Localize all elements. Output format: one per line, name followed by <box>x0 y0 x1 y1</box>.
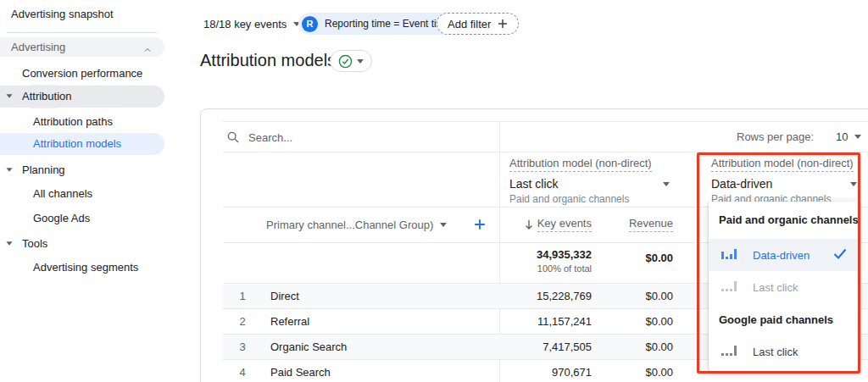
search-icon <box>226 130 240 147</box>
search-input[interactable] <box>248 129 503 146</box>
row-index: 2 <box>235 309 250 335</box>
revenue-cell: $0.00 <box>604 360 673 382</box>
table-toolbar: Rows per page: 10 <box>223 121 868 152</box>
channel-cell: Direct <box>270 284 299 309</box>
chevron-down-icon <box>357 59 364 64</box>
bar-chart-icon <box>721 280 737 295</box>
sidebar-item-label: Attribution paths <box>33 111 113 133</box>
sidebar-item-label: Attribution models <box>33 133 121 155</box>
sidebar-item-label: Advertising snapshot <box>11 3 114 25</box>
bar-chart-icon <box>721 344 737 359</box>
dropdown-item-data-driven[interactable]: Data-driven <box>709 239 859 271</box>
chevron-down-icon <box>6 241 12 246</box>
channel-cell: Organic Search <box>270 335 347 360</box>
sidebar-item-attribution-paths[interactable]: Attribution paths <box>0 111 164 133</box>
sidebar-item-label: All channels <box>33 183 92 205</box>
channel-cell: Referral <box>270 309 309 335</box>
key-events-cell: 15,228,769 <box>469 284 592 309</box>
attribution-model-selector-right[interactable]: Attribution model (non-direct) Data-driv… <box>711 155 868 205</box>
row-index: 3 <box>235 335 250 360</box>
sidebar-section-advertising[interactable]: Advertising <box>0 37 164 57</box>
totals-key-events: 34,935,332 <box>489 248 592 261</box>
rows-per-page-label: Rows per page: <box>737 130 814 143</box>
report-status-control[interactable] <box>330 50 372 72</box>
dropdown-item-label: Last click <box>753 346 798 358</box>
add-dimension-button[interactable] <box>474 207 486 242</box>
ga4-attribution-models-screen: Advertising snapshot Advertising Convers… <box>0 0 868 382</box>
dropdown-item-label: Data-driven <box>753 249 810 262</box>
model-column-label: Attribution model (non-direct) <box>509 157 652 172</box>
bar-chart-icon <box>721 247 737 263</box>
add-filter-label: Add filter <box>448 18 491 30</box>
totals-share: 100% of total <box>489 263 592 274</box>
chevron-down-icon <box>440 223 447 227</box>
add-filter-button[interactable]: Add filter <box>437 13 519 35</box>
sidebar-item-tools[interactable]: Tools <box>0 233 164 255</box>
sidebar-item-label: Attribution <box>22 86 72 108</box>
key-events-cell: 11,157,241 <box>469 309 592 335</box>
revenue-column-header[interactable]: Revenue <box>605 207 673 242</box>
chevron-down-icon[interactable] <box>854 135 861 139</box>
totals-revenue: $0.00 <box>605 252 673 264</box>
plus-icon <box>498 19 508 29</box>
key-events-label: 18/18 key events <box>203 18 287 30</box>
key-events-cell: 970,671 <box>469 360 592 382</box>
model-value: Data-driven <box>711 177 868 191</box>
dropdown-item-last-click[interactable]: Last click <box>709 335 859 368</box>
sidebar-divider <box>7 32 157 33</box>
page-title: Attribution models <box>200 51 336 70</box>
dropdown-section-header: Paid and organic channels <box>719 213 859 226</box>
sidebar-section-label: Advertising <box>11 37 65 57</box>
key-events-header-label: Key events <box>537 217 592 232</box>
dropdown-item-last-click-disabled[interactable]: Last click <box>709 271 859 303</box>
sort-arrow-down-icon <box>525 219 533 230</box>
sidebar-item-label: Google Ads <box>33 208 90 230</box>
model-column-label: Attribution model (non-direct) <box>711 157 854 172</box>
sidebar-item-planning[interactable]: Planning <box>0 159 164 181</box>
row-index: 1 <box>235 284 250 309</box>
dimension-header-label: Primary channel...Channel Group) <box>266 219 433 231</box>
dropdown-item-label: Last click <box>753 281 798 294</box>
sidebar-item-advertising-snapshot[interactable]: Advertising snapshot <box>0 3 164 25</box>
row-index: 4 <box>235 360 250 382</box>
check-icon <box>833 247 847 263</box>
revenue-header-label: Revenue <box>629 217 673 232</box>
revenue-cell: $0.00 <box>604 284 673 309</box>
chevron-down-icon <box>6 94 12 98</box>
reporting-chip-label: Reporting time = Event time <box>325 18 450 30</box>
dimension-column-header[interactable]: Primary channel...Channel Group) <box>266 207 447 242</box>
plus-icon <box>474 219 486 230</box>
chevron-down-icon[interactable] <box>663 182 670 186</box>
rows-per-page-value[interactable]: 10 <box>836 130 848 143</box>
channel-cell: Paid Search <box>270 360 331 382</box>
sidebar-item-conversion-performance[interactable]: Conversion performanceBETA <box>0 63 164 85</box>
key-events-column-header[interactable]: Key events <box>489 207 592 242</box>
sidebar-item-label: Tools <box>22 233 47 255</box>
attribution-model-dropdown-menu: Paid and organic channels Data-driven La… <box>709 202 859 371</box>
dropdown-section-header: Google paid channels <box>719 313 833 326</box>
sidebar-item-label: Advertising segments <box>33 257 138 279</box>
key-events-selector[interactable]: 18/18 key events <box>203 18 300 30</box>
revenue-cell: $0.00 <box>604 335 673 360</box>
sidebar: Advertising snapshot Advertising Convers… <box>0 0 195 382</box>
sidebar-item-google-ads[interactable]: Google Ads <box>0 208 164 230</box>
sidebar-item-all-channels[interactable]: All channels <box>0 183 164 205</box>
sidebar-item-attribution[interactable]: Attribution <box>0 86 164 108</box>
reporting-badge-icon: R <box>302 16 318 32</box>
model-sub-label: Paid and organic channels <box>509 193 696 205</box>
sidebar-item-label: Planning <box>22 159 65 181</box>
revenue-cell: $0.00 <box>604 309 673 335</box>
check-circle-icon <box>338 54 353 69</box>
key-events-cell: 7,417,505 <box>469 335 592 360</box>
chevron-up-icon <box>142 42 153 61</box>
attribution-model-selector-left[interactable]: Attribution model (non-direct) Last clic… <box>509 155 696 205</box>
sidebar-item-advertising-segments[interactable]: Advertising segments <box>0 257 164 279</box>
sidebar-item-label: Conversion performance <box>22 67 142 80</box>
chevron-down-icon <box>6 168 12 172</box>
sidebar-item-attribution-models[interactable]: Attribution models <box>0 133 164 155</box>
chevron-down-icon[interactable] <box>850 182 857 186</box>
